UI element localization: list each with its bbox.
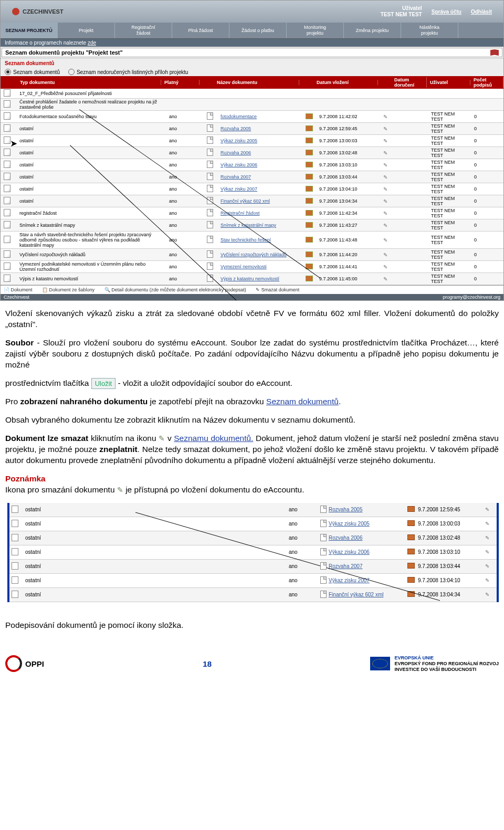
folder-icon[interactable]: [306, 113, 313, 119]
doc-link[interactable]: Finanční výkaz 602 xml: [220, 198, 270, 204]
doc-link[interactable]: Výkaz zisku 2005: [220, 138, 257, 143]
cell-platny: [166, 104, 204, 105]
action-detail[interactable]: 🔍 Detail dokumentu (zde můžete dokument …: [104, 287, 250, 292]
logout-link[interactable]: Odhlásit: [471, 9, 492, 15]
file-icon: [320, 520, 327, 527]
doc-link[interactable]: Výpis z katastru nemovitostí: [220, 276, 279, 281]
pencil-icon[interactable]: ✎: [383, 223, 387, 228]
action-dokument[interactable]: 📄 Dokument: [4, 287, 37, 292]
doc-link[interactable]: Rozvaha 2005: [220, 126, 251, 131]
pencil-icon[interactable]: ✎: [383, 211, 387, 216]
pencil-icon[interactable]: ✎: [383, 198, 387, 204]
pencil-icon[interactable]: ✎: [383, 186, 387, 192]
folder-icon[interactable]: [407, 563, 415, 569]
pencil-icon[interactable]: ✎: [383, 126, 387, 132]
folder-icon[interactable]: [306, 162, 313, 167]
document-icon: [4, 185, 10, 192]
folder-icon[interactable]: [306, 174, 313, 180]
doc-link[interactable]: Výkaz zisku 2005: [329, 521, 370, 527]
doc-link[interactable]: Rozvaha 2007: [220, 174, 251, 180]
doc-link[interactable]: Finanční výkaz 602 xml: [329, 592, 384, 597]
cell-pocet: 0: [471, 174, 503, 180]
file-icon: [207, 112, 213, 120]
pencil-icon[interactable]: ✎: [383, 162, 387, 168]
folder-icon[interactable]: [407, 534, 415, 540]
tab-6[interactable]: Změna projektu: [344, 23, 401, 38]
radio-label: Seznam nedoručených listinných příloh pr…: [77, 69, 188, 75]
tab-4[interactable]: Žádost o platbu: [229, 23, 287, 38]
folder-icon[interactable]: [407, 591, 415, 597]
doc-link[interactable]: Výkaz zisku 2006: [329, 549, 370, 555]
folder-icon[interactable]: [407, 577, 415, 583]
doc-link[interactable]: Rozvaha 2007: [329, 563, 363, 569]
seznam-dokumentu-link[interactable]: Seznam dokumentů: [266, 397, 339, 406]
pencil-icon[interactable]: ✎: [485, 577, 489, 583]
folder-icon[interactable]: [306, 237, 313, 243]
tab-1[interactable]: Projekt: [58, 23, 115, 38]
doc-link[interactable]: Výkaz zisku 2007: [329, 577, 370, 583]
folder-icon[interactable]: [407, 520, 415, 526]
doc-link[interactable]: Výkaz zisku 2007: [220, 186, 257, 192]
pencil-icon[interactable]: ✎: [485, 563, 489, 569]
info-link[interactable]: zde: [88, 40, 96, 46]
radio-row: Seznam dokumentů Seznam nedoručených lis…: [1, 68, 503, 76]
pencil-icon[interactable]: ✎: [383, 264, 387, 270]
folder-icon[interactable]: [306, 210, 313, 216]
cell-name: ostatní: [23, 562, 289, 570]
cell-platny: ano: [166, 150, 204, 156]
pencil-icon[interactable]: ✎: [383, 174, 387, 180]
pencil-icon[interactable]: ✎: [485, 592, 489, 597]
action-smazat[interactable]: ✎ Smazat dokument: [256, 287, 303, 292]
tab-0[interactable]: SEZNAM PROJEKTŮ: [1, 23, 58, 38]
doc-link[interactable]: Rozvaha 2006: [220, 150, 251, 155]
pencil-icon[interactable]: ✎: [485, 521, 489, 527]
pencil-icon[interactable]: ✎: [383, 276, 387, 282]
folder-icon[interactable]: [306, 125, 313, 131]
tab-5[interactable]: Monitoringprojektu: [287, 23, 344, 38]
file-icon: [207, 149, 213, 156]
table-row: ostatníanoRozvaha 20059.7.2008 12:59:45✎: [9, 503, 497, 517]
account-link[interactable]: Správa účtu: [432, 9, 461, 15]
doc-link[interactable]: Rozvaha 2005: [329, 507, 363, 512]
pencil-icon[interactable]: ✎: [383, 150, 387, 156]
cell-user: TEST NEM TEST: [428, 195, 471, 207]
pencil-icon[interactable]: ✎: [485, 535, 489, 541]
pencil-icon[interactable]: ✎: [485, 549, 489, 555]
pencil-icon[interactable]: ✎: [383, 138, 387, 144]
folder-icon[interactable]: [306, 138, 313, 143]
file-icon: [207, 173, 213, 180]
action-sablona[interactable]: 📋 Dokument ze šablony: [42, 287, 99, 292]
document-icon: [12, 506, 18, 513]
doc-link[interactable]: Rozvaha 2006: [329, 535, 363, 541]
doc-link[interactable]: Vymezení nemovitosti: [220, 264, 267, 269]
tab-2[interactable]: Registračnížádost: [115, 23, 172, 38]
doc-link[interactable]: Vyčíslení rozpočtových nákladů: [220, 252, 287, 257]
folder-icon[interactable]: [306, 276, 313, 281]
folder-icon[interactable]: [306, 198, 313, 204]
cell-ano: ano: [289, 507, 320, 512]
pencil-icon[interactable]: ✎: [383, 252, 387, 258]
tab-7[interactable]: Nástěnkaprojektu: [401, 23, 458, 38]
document-icon: [12, 591, 18, 598]
document-icon: [4, 100, 10, 108]
folder-icon[interactable]: [407, 549, 415, 554]
file-icon: [207, 209, 213, 216]
folder-icon[interactable]: [306, 251, 313, 257]
radio-nedorucene[interactable]: Seznam nedoručených listinných příloh pr…: [68, 69, 188, 75]
folder-icon[interactable]: [306, 186, 313, 192]
doc-link[interactable]: Výkaz zisku 2006: [220, 162, 257, 167]
folder-icon[interactable]: [407, 506, 415, 512]
folder-icon[interactable]: [306, 222, 313, 228]
ulozit-button[interactable]: Uložit: [91, 378, 116, 390]
folder-icon[interactable]: [306, 150, 313, 155]
pencil-icon[interactable]: ✎: [383, 114, 387, 120]
pencil-icon[interactable]: ✎: [383, 237, 387, 243]
doc-link[interactable]: fotodokumentace: [220, 114, 257, 119]
radio-seznam-dokumentu[interactable]: Seznam dokumentů: [5, 69, 60, 75]
cell-pocet: 0: [471, 264, 503, 270]
pencil-icon[interactable]: ✎: [485, 507, 489, 512]
paragraph: Podepisování dokumentů je pomocí ikony s…: [5, 620, 499, 631]
seznam-dokumentu-link[interactable]: Seznamu dokumentů.: [174, 434, 253, 443]
cell-datum: [316, 104, 380, 105]
tab-3[interactable]: Plná žádost: [172, 23, 229, 38]
